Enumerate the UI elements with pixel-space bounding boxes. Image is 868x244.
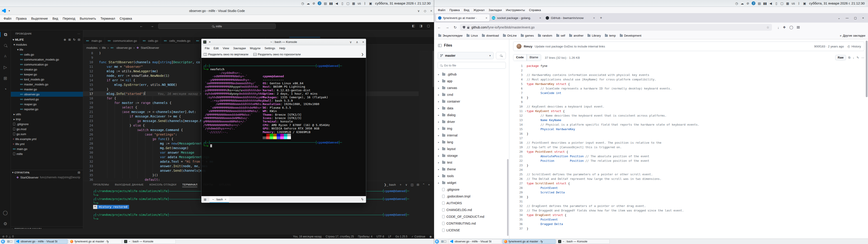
repo-item-AUTHORS[interactable]: AUTHORS — [434, 200, 509, 207]
tree-item-mlife[interactable]: mlife — [11, 151, 83, 156]
menu-закладки[interactable]: Закладки — [487, 8, 504, 12]
account-icon[interactable]: ◯ — [789, 25, 793, 29]
tree-item-modules[interactable]: ▾modules — [11, 42, 83, 47]
browser-tab[interactable]: GitHub - bwmarrin/snow× — [544, 14, 597, 22]
bookmark-Linux[interactable]: Linux — [465, 34, 479, 37]
explorer-icon[interactable]: ⧉ — [0, 32, 11, 37]
account-icon[interactable]: ◯ — [0, 210, 11, 215]
reload-button[interactable]: ↻ — [453, 25, 458, 30]
status-item[interactable]: Строка 17, столбец 25 — [326, 235, 354, 238]
menu-терминал[interactable]: Терминал — [98, 17, 117, 20]
repo-item-widget[interactable]: ▸widget — [434, 179, 509, 186]
tree-item-creator.go[interactable]: GOcreator.go — [11, 67, 83, 72]
browser-tab[interactable]: Gosocket package - golang.× — [490, 14, 544, 22]
panel-tab-КОНСОЛЬ ОТЛАДКИ[interactable]: КОНСОЛЬ ОТЛАДКИ — [149, 183, 176, 186]
edit-icon[interactable]: ✎ — [857, 56, 859, 59]
list-tabs-icon[interactable]: ⌄ — [838, 16, 840, 20]
bookmark-Library[interactable]: Library — [586, 34, 602, 37]
code-line-28[interactable]: 28 PointEvent — [509, 186, 868, 190]
repo-item-cmd[interactable]: ▸cmd — [434, 91, 509, 98]
commit-hash[interactable]: 900f183 · 2 years ago — [814, 45, 844, 48]
message-badge-tray-icon[interactable]: 7 — [752, 1, 755, 5]
commit-author[interactable]: flimzy — [524, 45, 532, 48]
code-line-6[interactable]: 6 // ScanCode represents a hardware ID f… — [509, 86, 868, 91]
tab-cells.go[interactable]: GOcells.go — [140, 37, 161, 44]
url-bar[interactable]: github.com/fyne-io/fyne/blob/master/even… — [460, 24, 772, 31]
code-line-16[interactable]: 16} — [509, 131, 868, 136]
code-line-32[interactable]: 32// DragEvent defines the parameters of… — [509, 204, 868, 208]
file-contents[interactable]: 1package fyne23// HardwareKey contains i… — [509, 64, 868, 231]
repo-item-data[interactable]: ▸data — [434, 105, 509, 112]
menu-справка[interactable]: Справка — [117, 17, 134, 20]
run-debug-icon[interactable]: ▷ — [0, 65, 11, 70]
page-scrollbar[interactable] — [866, 41, 868, 97]
tree-item-reaper.go[interactable]: GOreaper.go — [11, 102, 83, 106]
status-item[interactable]: ✓ Continue — [411, 235, 425, 238]
repo-item-.gitignore[interactable]: .gitignore — [434, 186, 509, 193]
status-item[interactable]: Go 1.25.5 — [395, 235, 407, 238]
maximize-panel-icon[interactable]: ⌃ — [423, 183, 425, 186]
repo-item-CONTRIBUTING.md[interactable]: CONTRIBUTING.md — [434, 220, 509, 227]
extensions-icon[interactable]: ❖ — [783, 25, 786, 29]
konsole-tab-bash[interactable]: ~ : bash × — [210, 196, 229, 203]
menu-файл[interactable]: Файл — [436, 8, 447, 12]
code-line-18[interactable]: 18// PointEvent describes a pointer inpu… — [509, 141, 868, 145]
toolbar-overflow-icon[interactable]: ❯ — [361, 53, 364, 56]
new-tab-button[interactable]: + — [597, 16, 605, 20]
tree-item-go.sum[interactable]: go.sum — [11, 131, 83, 136]
task-vscode[interactable]: observer.go - mlife - Visual St — [448, 239, 502, 244]
code-line-30[interactable]: 30} — [509, 195, 868, 199]
tree-item-communication.go[interactable]: GOcommunication.go — [11, 62, 83, 67]
code-line-23[interactable]: 23} — [509, 163, 868, 167]
split-vertical-button[interactable]: Разделить окно по вертикали — [204, 53, 248, 56]
menu-закладки[interactable]: Закладки — [231, 47, 248, 50]
notifications-bell-icon[interactable]: ◉ — [430, 235, 432, 238]
outline-section[interactable]: ▾СТРУКТУРА ⊟ — [11, 170, 83, 175]
status-item[interactable]: LF — [388, 235, 391, 238]
menu-выделение[interactable]: Выделение — [29, 17, 50, 20]
panel-tab-ВЫХОДНЫЕ ДАННЫЕ[interactable]: ВЫХОДНЫЕ ДАННЫЕ — [115, 183, 144, 186]
tree-item-master_models.go[interactable]: GOmaster_models.go — [11, 82, 83, 87]
tree-item-tmp[interactable]: ▸tmp — [11, 117, 83, 122]
bookmark-games[interactable]: games — [519, 34, 535, 37]
repo-item-CODE_OF_CONDUCT.md[interactable]: CODE_OF_CONDUCT.md — [434, 213, 509, 220]
menu-icon[interactable] — [797, 26, 800, 28]
code-line-20[interactable]: 20type PointEvent struct { — [509, 150, 868, 154]
tab-communication.go[interactable]: GOcommunication.go — [105, 37, 140, 44]
repo-item-CHANGELOG.md[interactable]: CHANGELOG.md — [434, 207, 509, 213]
problems-status[interactable]: ⊘0 △0 — [2, 235, 14, 238]
konsole-terminal[interactable]: ┌┤~├┤cppmm@damned├─└─> neofetch -/oyddmd… — [202, 58, 366, 196]
refresh-icon[interactable]: ↻ — [73, 38, 75, 41]
menu-правка[interactable]: Правка — [13, 17, 29, 20]
source-control-icon[interactable]: ⑃ — [0, 54, 11, 59]
tree-item-utils[interactable]: ▸utils — [11, 112, 83, 117]
code-line-24[interactable]: 24 — [509, 167, 868, 172]
menu-журнал[interactable]: Журнал — [471, 8, 487, 12]
tab-cells_models.go[interactable]: GOcells_models.go — [161, 37, 193, 44]
media-tray-icon[interactable]: ⊘ — [312, 2, 315, 5]
downloads-icon[interactable]: ↓ — [777, 26, 779, 29]
branch-selector[interactable]: master ▼ — [438, 52, 494, 59]
minimize-button[interactable]: — — [846, 16, 848, 20]
clipboard-tray-icon[interactable]: ▤ — [323, 2, 327, 5]
code-line-9[interactable]: 9 — [509, 100, 868, 104]
usb-tray-icon[interactable]: ▯ — [774, 2, 778, 5]
search-this-repo-button[interactable] — [496, 52, 506, 59]
search-icon[interactable] — [0, 43, 11, 48]
new-file-icon[interactable]: ⊕ — [64, 38, 66, 41]
clipboard-tray-icon[interactable]: ▤ — [757, 2, 761, 5]
copy-icon[interactable]: ⧉ — [848, 56, 850, 59]
code-line-22[interactable]: 22 Position Position // The relative pos… — [509, 159, 868, 163]
code-line-15[interactable]: 15 Physical HardwareKey — [509, 127, 868, 131]
system-tray[interactable]: ◷☁⊘7▤▮▮◀▯▢▦usᛒ▣ — [735, 1, 806, 5]
minimap[interactable] — [420, 51, 433, 181]
maximize-button[interactable]: ∧ — [356, 40, 358, 44]
repo-item-.godocdown.tmpl[interactable]: .godocdown.tmpl — [434, 193, 509, 200]
new-terminal-icon[interactable]: ＋ — [399, 183, 402, 187]
code-line-31[interactable]: 31 — [509, 199, 868, 204]
maximize-button[interactable]: ▢ — [854, 16, 857, 20]
close-button[interactable]: × — [430, 9, 432, 13]
repo-item-container[interactable]: ▸container — [434, 98, 509, 105]
tree-item-life.example.yml[interactable]: ≡life.example.yml — [11, 136, 83, 142]
status-item[interactable]: You, 16 месяцев назад — [293, 235, 322, 238]
